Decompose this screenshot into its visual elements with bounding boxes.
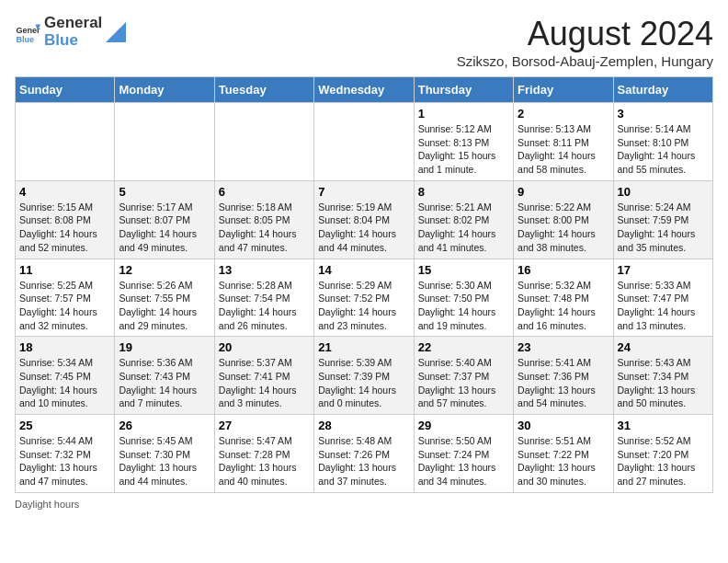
day-number: 3 — [618, 107, 709, 121]
day-info: Sunrise: 5:18 AMSunset: 8:05 PMDaylight:… — [219, 201, 310, 255]
day-info: Sunrise: 5:28 AMSunset: 7:54 PMDaylight:… — [219, 279, 310, 333]
day-info: Sunrise: 5:44 AMSunset: 7:32 PMDaylight:… — [19, 434, 110, 488]
svg-marker-3 — [106, 22, 126, 42]
day-info: Sunrise: 5:13 AMSunset: 8:11 PMDaylight:… — [518, 122, 609, 177]
day-number: 2 — [518, 107, 609, 121]
day-info: Sunrise: 5:51 AMSunset: 7:22 PMDaylight:… — [518, 434, 609, 488]
calendar-col-friday: Friday — [514, 77, 613, 103]
calendar-cell: 23Sunrise: 5:41 AMSunset: 7:36 PMDayligh… — [514, 337, 613, 415]
day-info: Sunrise: 5:37 AMSunset: 7:41 PMDaylight:… — [219, 356, 310, 410]
day-number: 14 — [318, 263, 409, 277]
day-info: Sunrise: 5:36 AMSunset: 7:43 PMDaylight:… — [119, 356, 210, 410]
day-info: Sunrise: 5:14 AMSunset: 8:10 PMDaylight:… — [618, 122, 709, 177]
day-number: 16 — [518, 263, 609, 277]
day-info: Sunrise: 5:24 AMSunset: 7:59 PMDaylight:… — [618, 201, 709, 255]
calendar-cell: 11Sunrise: 5:25 AMSunset: 7:57 PMDayligh… — [16, 259, 115, 337]
calendar-header-row: SundayMondayTuesdayWednesdayThursdayFrid… — [16, 77, 713, 103]
day-number: 26 — [119, 419, 210, 432]
calendar-cell: 3Sunrise: 5:14 AMSunset: 8:10 PMDaylight… — [613, 103, 712, 181]
day-info: Sunrise: 5:19 AMSunset: 8:04 PMDaylight:… — [318, 201, 409, 255]
day-number: 27 — [219, 419, 310, 432]
day-number: 25 — [19, 419, 110, 432]
calendar-col-wednesday: Wednesday — [314, 77, 414, 103]
page-header: General Blue General Blue August 2024 Sz… — [15, 15, 713, 69]
day-number: 13 — [219, 263, 310, 277]
calendar-cell: 4Sunrise: 5:15 AMSunset: 8:08 PMDaylight… — [16, 180, 115, 259]
calendar-cell — [214, 103, 313, 181]
day-number: 24 — [618, 340, 709, 354]
calendar-cell: 26Sunrise: 5:45 AMSunset: 7:30 PMDayligh… — [115, 415, 214, 493]
day-info: Sunrise: 5:32 AMSunset: 7:48 PMDaylight:… — [518, 279, 609, 333]
calendar-cell: 24Sunrise: 5:43 AMSunset: 7:34 PMDayligh… — [613, 337, 712, 415]
calendar-cell: 25Sunrise: 5:44 AMSunset: 7:32 PMDayligh… — [16, 415, 115, 493]
day-number: 1 — [418, 107, 509, 121]
day-info: Sunrise: 5:25 AMSunset: 7:57 PMDaylight:… — [19, 279, 110, 333]
day-info: Sunrise: 5:21 AMSunset: 8:02 PMDaylight:… — [418, 201, 509, 255]
logo-triangle-icon — [106, 22, 126, 42]
calendar-cell: 28Sunrise: 5:48 AMSunset: 7:26 PMDayligh… — [314, 415, 414, 493]
calendar-cell: 13Sunrise: 5:28 AMSunset: 7:54 PMDayligh… — [214, 259, 313, 337]
logo-general: General — [44, 14, 102, 31]
calendar-cell: 16Sunrise: 5:32 AMSunset: 7:48 PMDayligh… — [514, 259, 613, 337]
calendar-cell: 21Sunrise: 5:39 AMSunset: 7:39 PMDayligh… — [314, 337, 414, 415]
title-block: August 2024 Szikszo, Borsod-Abauj-Zemple… — [457, 15, 713, 69]
day-number: 6 — [219, 185, 310, 199]
calendar-cell: 5Sunrise: 5:17 AMSunset: 8:07 PMDaylight… — [115, 180, 214, 259]
day-number: 18 — [19, 340, 110, 354]
day-info: Sunrise: 5:48 AMSunset: 7:26 PMDaylight:… — [318, 434, 409, 488]
day-number: 12 — [119, 263, 210, 277]
day-number: 23 — [518, 340, 609, 354]
calendar-cell: 15Sunrise: 5:30 AMSunset: 7:50 PMDayligh… — [414, 259, 513, 337]
day-info: Sunrise: 5:40 AMSunset: 7:37 PMDaylight:… — [418, 356, 509, 410]
day-number: 22 — [418, 340, 509, 354]
calendar-cell: 14Sunrise: 5:29 AMSunset: 7:52 PMDayligh… — [314, 259, 414, 337]
calendar-cell: 2Sunrise: 5:13 AMSunset: 8:11 PMDaylight… — [514, 103, 613, 181]
logo-icon: General Blue — [15, 19, 40, 45]
day-info: Sunrise: 5:12 AMSunset: 8:13 PMDaylight:… — [418, 122, 509, 177]
day-number: 8 — [418, 185, 509, 199]
calendar-col-thursday: Thursday — [414, 77, 513, 103]
day-info: Sunrise: 5:26 AMSunset: 7:55 PMDaylight:… — [119, 279, 210, 333]
calendar-table: SundayMondayTuesdayWednesdayThursdayFrid… — [15, 76, 713, 493]
day-number: 9 — [518, 185, 609, 199]
svg-text:Blue: Blue — [16, 35, 34, 44]
day-info: Sunrise: 5:17 AMSunset: 8:07 PMDaylight:… — [119, 201, 210, 255]
day-info: Sunrise: 5:29 AMSunset: 7:52 PMDaylight:… — [318, 279, 409, 333]
day-info: Sunrise: 5:50 AMSunset: 7:24 PMDaylight:… — [418, 434, 509, 488]
calendar-cell: 22Sunrise: 5:40 AMSunset: 7:37 PMDayligh… — [414, 337, 513, 415]
day-info: Sunrise: 5:34 AMSunset: 7:45 PMDaylight:… — [19, 356, 110, 410]
calendar-week-row: 11Sunrise: 5:25 AMSunset: 7:57 PMDayligh… — [16, 259, 713, 337]
calendar-week-row: 1Sunrise: 5:12 AMSunset: 8:13 PMDaylight… — [16, 103, 713, 181]
calendar-cell: 6Sunrise: 5:18 AMSunset: 8:05 PMDaylight… — [214, 180, 313, 259]
calendar-week-row: 18Sunrise: 5:34 AMSunset: 7:45 PMDayligh… — [16, 337, 713, 415]
day-info: Sunrise: 5:30 AMSunset: 7:50 PMDaylight:… — [418, 279, 509, 333]
day-info: Sunrise: 5:22 AMSunset: 8:00 PMDaylight:… — [518, 201, 609, 255]
calendar-cell: 18Sunrise: 5:34 AMSunset: 7:45 PMDayligh… — [16, 337, 115, 415]
calendar-cell: 30Sunrise: 5:51 AMSunset: 7:22 PMDayligh… — [514, 415, 613, 493]
logo-blue: Blue — [44, 31, 78, 49]
calendar-col-tuesday: Tuesday — [214, 77, 313, 103]
calendar-cell: 10Sunrise: 5:24 AMSunset: 7:59 PMDayligh… — [613, 180, 712, 259]
day-number: 28 — [318, 419, 409, 432]
day-info: Sunrise: 5:15 AMSunset: 8:08 PMDaylight:… — [19, 201, 110, 255]
day-number: 20 — [219, 340, 310, 354]
day-number: 31 — [618, 419, 709, 432]
calendar-cell: 17Sunrise: 5:33 AMSunset: 7:47 PMDayligh… — [613, 259, 712, 337]
calendar-week-row: 4Sunrise: 5:15 AMSunset: 8:08 PMDaylight… — [16, 180, 713, 259]
calendar-cell: 31Sunrise: 5:52 AMSunset: 7:20 PMDayligh… — [613, 415, 712, 493]
logo: General Blue General Blue — [15, 15, 126, 49]
calendar-cell: 9Sunrise: 5:22 AMSunset: 8:00 PMDaylight… — [514, 180, 613, 259]
calendar-cell — [16, 103, 115, 181]
calendar-cell: 29Sunrise: 5:50 AMSunset: 7:24 PMDayligh… — [414, 415, 513, 493]
calendar-cell: 20Sunrise: 5:37 AMSunset: 7:41 PMDayligh… — [214, 337, 313, 415]
daylight-note: Daylight hours — [15, 499, 79, 510]
calendar-cell — [115, 103, 214, 181]
day-info: Sunrise: 5:45 AMSunset: 7:30 PMDaylight:… — [119, 434, 210, 488]
day-number: 7 — [318, 185, 409, 199]
day-number: 19 — [119, 340, 210, 354]
day-number: 30 — [518, 419, 609, 432]
day-number: 11 — [19, 263, 110, 277]
location-subtitle: Szikszo, Borsod-Abauj-Zemplen, Hungary — [457, 53, 713, 69]
day-number: 17 — [618, 263, 709, 277]
calendar-cell: 27Sunrise: 5:47 AMSunset: 7:28 PMDayligh… — [214, 415, 313, 493]
